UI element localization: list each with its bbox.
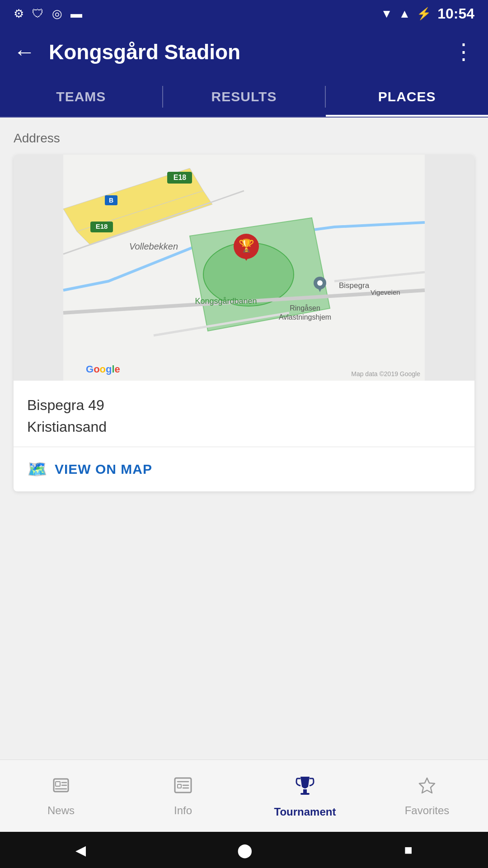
svg-text:Vigeveien: Vigeveien [371, 288, 400, 296]
svg-text:E18: E18 [96, 222, 108, 230]
svg-text:Ringåsen: Ringåsen [290, 304, 320, 312]
map-card: E18 E18 B [14, 155, 474, 491]
signal-icon: ▲ [399, 7, 410, 21]
svg-text:Avlastningshjem: Avlastningshjem [279, 313, 331, 321]
circle-icon: ◎ [52, 7, 62, 21]
svg-rect-41 [300, 793, 310, 795]
more-button[interactable]: ⋮ [453, 41, 474, 63]
svg-text:E18: E18 [174, 174, 187, 181]
section-label: Address [14, 131, 474, 146]
map-icon: 🗺️ [27, 460, 47, 479]
svg-marker-42 [419, 778, 435, 793]
view-map-label: VIEW ON MAP [55, 462, 152, 477]
map-area[interactable]: E18 E18 B [14, 155, 474, 381]
favorites-icon [417, 775, 437, 800]
svg-rect-37 [178, 784, 181, 788]
tournament-label: Tournament [274, 806, 336, 818]
tab-places[interactable]: PLACES [326, 77, 488, 117]
page-title: Kongsgård Stadion [49, 40, 439, 64]
tournament-icon [294, 774, 316, 801]
info-icon [173, 775, 193, 800]
svg-rect-40 [303, 789, 307, 793]
android-back-button[interactable]: ◀ [75, 842, 86, 858]
nav-item-news[interactable]: News [0, 760, 122, 832]
svg-rect-31 [56, 782, 60, 786]
bottom-nav: News Info Tournament [0, 760, 488, 832]
memory-icon: ▬ [70, 7, 82, 21]
android-recent-button[interactable]: ■ [404, 842, 412, 858]
nav-item-info[interactable]: Info [122, 760, 244, 832]
svg-text:Google: Google [86, 363, 120, 375]
svg-text:Vollebekken: Vollebekken [129, 241, 178, 251]
nav-item-tournament[interactable]: Tournament [244, 760, 366, 832]
shield-icon: 🛡 [32, 7, 44, 21]
status-bar: ⚙ 🛡 ◎ ▬ ▼ ▲ ⚡ 10:54 [0, 0, 488, 27]
back-button[interactable]: ← [14, 41, 35, 63]
svg-text:Kongsgårdbanen: Kongsgårdbanen [195, 297, 257, 306]
status-left-icons: ⚙ 🛡 ◎ ▬ [14, 7, 82, 21]
battery-icon: ⚡ [417, 7, 431, 21]
map-svg: E18 E18 B [14, 155, 474, 381]
info-label: Info [174, 804, 192, 817]
address-line-1: Bispegra 49 [27, 394, 461, 416]
address-line-2: Kristiansand [27, 416, 461, 438]
main-content: Address E18 E18 [0, 118, 488, 760]
header: ← Kongsgård Stadion ⋮ [0, 27, 488, 77]
android-home-button[interactable]: ⬤ [237, 842, 253, 858]
svg-text:B: B [109, 197, 113, 204]
view-on-map-button[interactable]: 🗺️ VIEW ON MAP [14, 447, 474, 491]
svg-text:Bispegra: Bispegra [339, 281, 370, 290]
status-time: 10:54 [437, 5, 474, 22]
wifi-icon: ▼ [381, 7, 393, 21]
news-icon [51, 775, 71, 800]
android-nav-bar: ◀ ⬤ ■ [0, 832, 488, 868]
tab-results[interactable]: RESULTS [163, 77, 325, 117]
address-block: Bispegra 49 Kristiansand [14, 381, 474, 447]
tab-teams[interactable]: TEAMS [0, 77, 162, 117]
status-right-icons: ▼ ▲ ⚡ 10:54 [381, 5, 474, 22]
svg-text:🏆: 🏆 [239, 238, 254, 253]
settings-icon: ⚙ [14, 7, 24, 21]
tab-bar: TEAMS RESULTS PLACES [0, 77, 488, 118]
news-label: News [47, 804, 75, 817]
favorites-label: Favorites [405, 804, 450, 817]
nav-item-favorites[interactable]: Favorites [366, 760, 488, 832]
svg-point-23 [317, 280, 323, 286]
svg-text:Map data ©2019 Google: Map data ©2019 Google [351, 370, 420, 377]
